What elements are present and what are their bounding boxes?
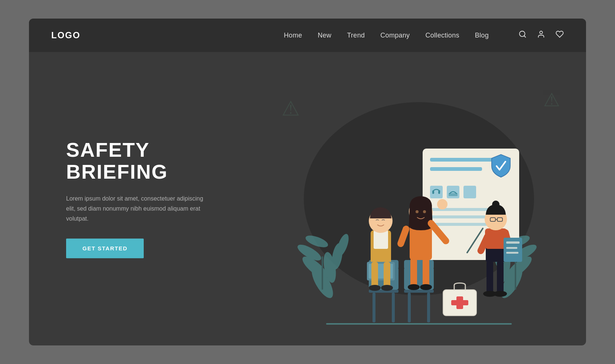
- svg-rect-76: [506, 247, 517, 249]
- logo: LOGO: [51, 30, 81, 40]
- svg-point-2: [540, 31, 542, 34]
- heart-icon[interactable]: [556, 30, 564, 40]
- svg-point-65: [420, 284, 432, 290]
- svg-point-83: [494, 291, 507, 297]
- nav-item-new[interactable]: New: [318, 32, 332, 39]
- svg-rect-74: [504, 238, 522, 262]
- svg-point-53: [369, 285, 381, 291]
- svg-rect-42: [408, 293, 411, 322]
- svg-rect-47: [374, 230, 388, 249]
- svg-rect-25: [463, 186, 476, 198]
- nav-icons: [518, 30, 564, 40]
- nav-item-trend[interactable]: Trend: [347, 32, 365, 39]
- hero-description: Lorem ipsum dolor sit amet, consectetuer…: [66, 194, 207, 224]
- svg-rect-61: [396, 225, 410, 248]
- characters-illustration: [289, 126, 549, 345]
- svg-rect-30: [430, 215, 486, 218]
- warning-triangle-right: ⚠: [543, 89, 560, 111]
- hero-text-block: SAFETY BRIEFING Lorem ipsum dolor sit am…: [66, 139, 252, 258]
- nav-item-blog[interactable]: Blog: [475, 32, 489, 39]
- svg-rect-52: [384, 262, 390, 288]
- hero-section: SAFETY BRIEFING Lorem ipsum dolor sit am…: [29, 52, 586, 345]
- svg-rect-41: [404, 290, 434, 293]
- svg-point-58: [423, 210, 426, 213]
- svg-rect-19: [326, 323, 512, 325]
- navbar: LOGO Home New Trend Company Collections …: [29, 19, 586, 52]
- svg-line-1: [524, 36, 525, 37]
- svg-rect-81: [497, 261, 504, 294]
- svg-rect-80: [487, 261, 493, 294]
- svg-point-54: [381, 285, 393, 291]
- hero-title: SAFETY BRIEFING: [66, 139, 252, 183]
- svg-rect-27: [438, 191, 440, 194]
- warning-triangle-left: ⚠: [282, 97, 300, 120]
- svg-rect-62: [410, 258, 417, 288]
- svg-point-69: [492, 201, 500, 208]
- svg-rect-63: [423, 258, 429, 288]
- svg-rect-26: [432, 191, 434, 194]
- nav-item-home[interactable]: Home: [284, 32, 302, 39]
- user-icon[interactable]: [537, 30, 545, 40]
- search-icon[interactable]: [518, 30, 527, 40]
- svg-rect-22: [430, 167, 482, 171]
- svg-rect-35: [451, 300, 468, 305]
- svg-rect-51: [371, 262, 378, 288]
- nav-links: Home New Trend Company Collections Blog: [284, 32, 489, 39]
- illustration: ⚠ ⚠: [252, 52, 586, 345]
- svg-rect-10: [322, 256, 323, 290]
- svg-rect-38: [392, 293, 395, 322]
- nav-item-company[interactable]: Company: [380, 32, 410, 39]
- leaves-left: [295, 233, 351, 301]
- svg-point-64: [408, 284, 420, 290]
- svg-rect-75: [506, 241, 520, 244]
- svg-rect-28: [449, 193, 458, 196]
- svg-rect-23: [430, 186, 443, 198]
- svg-point-60: [437, 199, 448, 209]
- svg-rect-43: [427, 293, 430, 322]
- person-1: [367, 207, 395, 291]
- svg-point-57: [416, 210, 419, 213]
- page-container: LOGO Home New Trend Company Collections …: [29, 19, 586, 345]
- cta-button[interactable]: GET STARTED: [66, 239, 144, 259]
- svg-rect-37: [372, 293, 375, 322]
- svg-rect-31: [430, 223, 493, 226]
- first-aid-kit: [443, 283, 476, 316]
- nav-item-collections[interactable]: Collections: [425, 32, 459, 39]
- svg-rect-77: [506, 252, 518, 254]
